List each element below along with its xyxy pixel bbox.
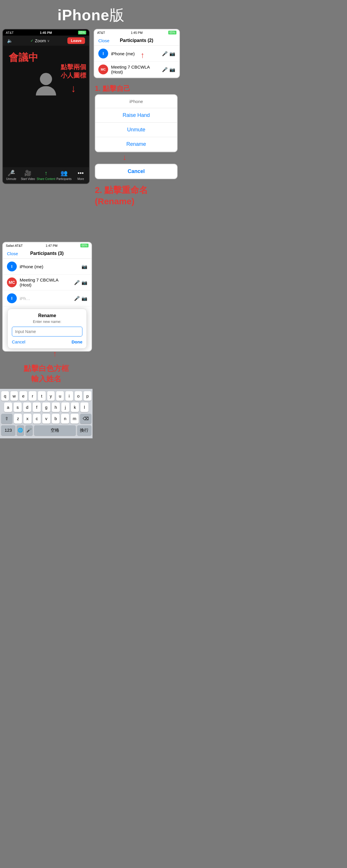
keyboard-row-1: q w e r t y u i o p xyxy=(1,391,91,401)
key-b[interactable]: b xyxy=(52,414,60,424)
rename-done-button[interactable]: Done xyxy=(72,339,83,344)
screen3-status-left: Safari AT&T xyxy=(6,244,23,247)
key-mic[interactable]: 🎤 xyxy=(26,425,33,435)
key-c[interactable]: c xyxy=(33,414,41,424)
mic-icon: 🎤 xyxy=(74,280,80,285)
key-w[interactable]: w xyxy=(10,391,18,401)
key-i[interactable]: i xyxy=(65,391,73,401)
screen2-status-left: AT&T xyxy=(97,31,105,34)
col-left: AT&T 1:45 PM 65% 🔈 ✓ Zoom ∨ Leave 會議中 xyxy=(0,29,93,438)
screen3-title: Participants (3) xyxy=(30,251,64,256)
screen3-close-button[interactable]: Close xyxy=(7,251,18,256)
screen2-mic-icon: 🎤 xyxy=(162,51,168,56)
key-return[interactable]: 換行 xyxy=(77,425,91,435)
screen1-status-bar: AT&T 1:45 PM 65% xyxy=(3,30,89,36)
rename-modal-buttons: Cancel Done xyxy=(12,339,83,344)
key-z[interactable]: z xyxy=(14,414,22,424)
arrow-to-participant: ↑ xyxy=(140,51,145,60)
key-shift[interactable]: ⇧ xyxy=(1,414,12,424)
screen2-status-bar: AT&T 1:45 PM 65% xyxy=(94,30,179,36)
more-icon: ••• xyxy=(78,170,84,177)
participant-name-iph2: iPh… xyxy=(20,296,71,301)
rename-modal-subtitle: Enter new name: xyxy=(12,319,83,324)
rename-modal: Rename Enter new name: Cancel Done xyxy=(7,309,87,349)
participants-label: Participants xyxy=(56,177,71,181)
key-k[interactable]: k xyxy=(71,402,79,412)
meeting-area: 會議中 點擊兩個小人圖標 ↓ xyxy=(3,46,89,167)
video-off-icon: 🎥 xyxy=(24,169,32,177)
arrow-to-input: ↑ xyxy=(0,349,93,359)
participant-avatar-iphone: I xyxy=(7,261,17,271)
key-g[interactable]: g xyxy=(42,402,50,412)
screen2-name-meeting: Meeting 7 CBCWLA (Host) xyxy=(111,64,159,74)
status-left: AT&T xyxy=(6,31,13,34)
key-a[interactable]: a xyxy=(4,402,12,412)
toolbar-more[interactable]: ••• More xyxy=(73,170,89,181)
screen2-mic-icon2: 🎤 xyxy=(162,67,168,72)
annotation-click-self: 1. 點擊自己 xyxy=(94,82,180,94)
mic-icon3: 🎤 xyxy=(74,296,80,301)
avatar-silhouette xyxy=(33,73,59,99)
key-e[interactable]: e xyxy=(20,391,27,401)
screen3-status-center: 1:47 PM xyxy=(46,244,58,247)
key-u[interactable]: u xyxy=(56,391,64,401)
screen3-participant-meeting[interactable]: MC Meeting 7 CBCWLA (Host) 🎤 📷 xyxy=(3,275,91,290)
key-123[interactable]: 123 xyxy=(1,425,15,435)
annotation-area xyxy=(0,184,93,242)
screen2-avatar-meeting: MC xyxy=(98,64,108,74)
screen3-battery: 66% xyxy=(81,244,89,247)
key-globe[interactable]: 🌐 xyxy=(17,425,24,435)
toolbar-video[interactable]: 🎥 Start Video xyxy=(20,169,36,181)
annotation-click-icon: 點擊兩個小人圖標 ↓ xyxy=(61,63,86,95)
key-t[interactable]: t xyxy=(38,391,46,401)
participant-icons-iph2: 🎤 📷 xyxy=(74,296,87,301)
screen2-participant-meeting[interactable]: MC Meeting 7 CBCWLA (Host) 🎤 📷 xyxy=(94,62,179,78)
toolbar-share[interactable]: ↑ Share Content xyxy=(37,170,56,181)
screen3-participant-iph2[interactable]: I iPh… 🎤 📷 xyxy=(3,290,91,306)
toolbar-unmute[interactable]: 🎤̶ Unmute xyxy=(3,169,19,181)
key-v[interactable]: v xyxy=(42,414,50,424)
key-h[interactable]: h xyxy=(52,402,60,412)
rename-modal-title: Rename xyxy=(12,313,83,318)
key-p[interactable]: p xyxy=(84,391,91,401)
key-q[interactable]: q xyxy=(1,391,9,401)
page-title: iPhone版 xyxy=(0,0,182,29)
cam-icon2: 📷 xyxy=(82,280,87,285)
key-m[interactable]: m xyxy=(70,414,78,424)
key-f[interactable]: f xyxy=(33,402,41,412)
leave-button[interactable]: Leave xyxy=(67,37,85,44)
screen1: AT&T 1:45 PM 65% 🔈 ✓ Zoom ∨ Leave 會議中 xyxy=(2,29,90,184)
key-l[interactable]: l xyxy=(81,402,89,412)
rename-option[interactable]: Rename xyxy=(95,137,177,152)
key-n[interactable]: n xyxy=(61,414,69,424)
screen2-icons-meeting: 🎤 📷 xyxy=(162,67,175,72)
screen2-participant-iphone[interactable]: I iPhone (me) 🎤 📷 xyxy=(94,46,179,62)
unmute-option[interactable]: Unmute xyxy=(95,123,177,137)
key-o[interactable]: o xyxy=(74,391,83,401)
cancel-button[interactable]: Cancel xyxy=(95,164,178,179)
participant-name-meeting: Meeting 7 CBCWLA (Host) xyxy=(20,277,71,287)
cam-icon3: 📷 xyxy=(82,296,87,301)
key-x[interactable]: x xyxy=(24,414,32,424)
rename-input-field[interactable] xyxy=(12,327,83,337)
keyboard-row-4: 123 🌐 🎤 空格 換行 xyxy=(1,425,91,435)
key-s[interactable]: s xyxy=(13,402,22,412)
raise-hand-option[interactable]: Raise Hand xyxy=(95,108,177,123)
key-backspace[interactable]: ⌫ xyxy=(80,414,91,424)
key-y[interactable]: y xyxy=(47,391,55,401)
key-space[interactable]: 空格 xyxy=(34,425,75,435)
toolbar-participants[interactable]: 👥 Participants xyxy=(56,169,72,181)
screen2-header: Close Participants (2) xyxy=(94,36,179,46)
rename-cancel-button[interactable]: Cancel xyxy=(12,339,26,344)
screen3-participant-iphone[interactable]: I iPhone (me) 📷 xyxy=(3,259,91,275)
key-r[interactable]: r xyxy=(29,391,36,401)
screen2-close-button[interactable]: Close xyxy=(98,38,109,43)
screen3-header: Close Participants (3) xyxy=(3,249,91,259)
key-j[interactable]: j xyxy=(61,402,69,412)
title-normal: 版 xyxy=(109,7,125,24)
participant-avatar-iph2: I xyxy=(7,293,17,303)
screen2-title: Participants (2) xyxy=(120,38,153,43)
keyboard: q w e r t y u i o p a s d f g h j k l xyxy=(0,389,93,438)
screen2-name-iphone: iPhone (me) xyxy=(111,51,159,56)
key-d[interactable]: d xyxy=(23,402,31,412)
